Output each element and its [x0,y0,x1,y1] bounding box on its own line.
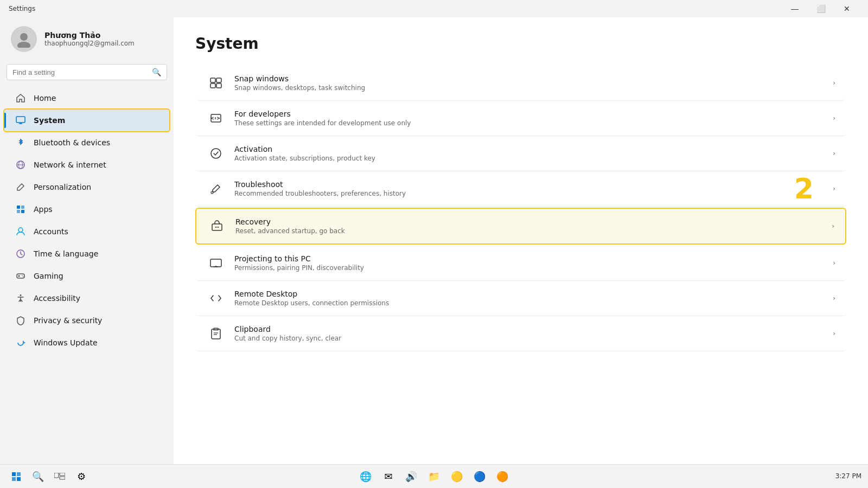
projecting-chevron: › [833,259,835,267]
sidebar-item-apps[interactable]: Apps [4,198,169,220]
settings-row-remotedesktop[interactable]: Remote Desktop Remote Desktop users, con… [195,281,846,316]
avatar [11,26,37,52]
activation-title: Activation [234,145,824,153]
sidebar-item-apps-label: Apps [34,205,53,214]
recovery-icon [207,216,227,236]
taskbar-icon-5[interactable]: 🟡 [447,467,467,486]
sidebar-item-time-label: Time & language [34,249,98,258]
snap-text: Snap windows Snap windows, desktops, tas… [234,74,824,92]
minimize-button[interactable]: — [782,0,807,17]
activation-desc: Activation state, subscriptions, product… [234,155,824,162]
sidebar-system-wrapper: System 1 [4,110,169,131]
svg-rect-11 [21,210,24,213]
app-body: Phương Thảo thaophuongql2@gmail.com 🔍 Ho… [0,17,868,464]
recovery-chevron: › [832,222,834,230]
settings-row-recovery[interactable]: Recovery Reset, advanced startup, go bac… [195,208,846,245]
search-icon: 🔍 [152,68,161,76]
sidebar-item-system-label: System [34,116,65,125]
troubleshoot-desc: Recommended troubleshooters, preferences… [234,190,824,197]
sidebar-item-accounts[interactable]: Accounts [4,221,169,242]
settings-row-snap[interactable]: Snap windows Snap windows, desktops, tas… [195,66,846,101]
sidebar-item-personalization[interactable]: Personalization [4,176,169,198]
snap-icon [206,73,226,93]
sidebar-item-gaming[interactable]: Gaming [4,265,169,287]
sidebar-item-accounts-label: Accounts [34,227,68,236]
update-icon [15,337,26,348]
settings-row-clipboard[interactable]: Clipboard Cut and copy history, sync, cl… [195,316,846,351]
taskbar-settings-app[interactable]: ⚙️ [72,467,91,486]
sidebar-item-bluetooth[interactable]: Bluetooth & devices [4,132,169,153]
settings-list: Snap windows Snap windows, desktops, tas… [195,66,846,351]
svg-rect-48 [60,477,65,479]
projecting-desc: Permissions, pairing PIN, discoverabilit… [234,264,824,272]
sidebar-item-gaming-label: Gaming [34,272,63,280]
projecting-title: Projecting to this PC [234,254,824,263]
apps-icon [15,204,26,215]
sidebar-item-time[interactable]: Time & language [4,243,169,265]
settings-row-activation[interactable]: Activation Activation state, subscriptio… [195,136,846,171]
developers-text: For developers These settings are intend… [234,110,824,127]
maximize-button[interactable]: ⬜ [808,0,833,17]
taskbar-icon-6[interactable]: 🔵 [470,467,489,486]
taskbar: 🔍 ⚙️ 🌐 ✉️ 🔊 📁 🟡 🔵 🟠 3:27 PM [0,464,868,488]
activation-chevron: › [833,150,835,157]
svg-point-19 [20,294,22,296]
recovery-desc: Reset, advanced startup, go back [235,227,823,235]
svg-rect-21 [216,78,221,82]
user-email: thaophuongql2@gmail.com [44,40,135,47]
personalization-icon [15,182,26,192]
search-input[interactable] [12,68,148,76]
user-profile[interactable]: Phương Thảo thaophuongql2@gmail.com [0,17,174,61]
svg-rect-37 [212,329,220,339]
start-button[interactable] [7,467,26,486]
taskbar-icon-3[interactable]: 🔊 [401,467,421,486]
recovery-text: Recovery Reset, advanced startup, go bac… [235,217,823,235]
close-button[interactable]: ✕ [834,0,859,17]
user-name: Phương Thảo [44,31,135,40]
clipboard-title: Clipboard [234,325,824,333]
recovery-title: Recovery [235,217,823,226]
sidebar-item-home-label: Home [34,94,56,102]
taskbar-taskview-button[interactable] [50,467,69,486]
taskbar-icon-1[interactable]: 🌐 [356,467,375,486]
settings-row-projecting[interactable]: Projecting to this PC Permissions, pairi… [195,246,846,281]
sidebar-item-system[interactable]: System [4,110,169,131]
sidebar-item-network[interactable]: Network & internet [4,154,169,176]
sidebar-item-update[interactable]: Windows Update [4,332,169,354]
svg-point-0 [20,33,28,41]
time-display: 3:27 PM [835,472,861,481]
taskbar-icon-7[interactable]: 🟠 [493,467,512,486]
projecting-icon [206,253,226,273]
taskbar-left: 🔍 ⚙️ [7,467,91,486]
svg-rect-23 [216,84,221,88]
svg-rect-2 [16,117,25,123]
svg-rect-8 [17,206,20,209]
troubleshoot-text: Troubleshoot Recommended troubleshooters… [234,180,824,197]
svg-rect-32 [212,224,222,230]
system-icon [15,115,26,126]
main-content: System Snap windows Snap windows, deskto… [174,17,868,464]
remotedesktop-title: Remote Desktop [234,290,824,298]
sidebar-item-bluetooth-label: Bluetooth & devices [34,138,110,147]
search-box[interactable]: 🔍 [7,64,167,80]
settings-row-troubleshoot[interactable]: Troubleshoot Recommended troubleshooters… [195,171,846,207]
sidebar-item-accessibility[interactable]: Accessibility [4,287,169,309]
sidebar-item-update-label: Windows Update [34,338,98,347]
sidebar-item-home[interactable]: Home [4,87,169,109]
taskbar-search-button[interactable]: 🔍 [28,467,48,486]
svg-rect-45 [17,477,21,481]
svg-rect-20 [210,78,215,82]
taskbar-icon-4[interactable]: 📁 [424,467,444,486]
svg-point-1 [17,42,30,48]
sidebar-item-privacy[interactable]: Privacy & security [4,310,169,331]
settings-row-developers[interactable]: For developers These settings are intend… [195,101,846,136]
taskbar-icon-2[interactable]: ✉️ [379,467,398,486]
svg-rect-43 [17,472,21,476]
snap-desc: Snap windows, desktops, task switching [234,84,824,92]
time-icon [15,248,26,259]
svg-rect-47 [60,473,65,476]
app-title: Settings [9,5,35,12]
sidebar-nav: Home System 1 [0,87,174,354]
svg-point-17 [22,275,23,276]
svg-rect-10 [17,210,20,213]
